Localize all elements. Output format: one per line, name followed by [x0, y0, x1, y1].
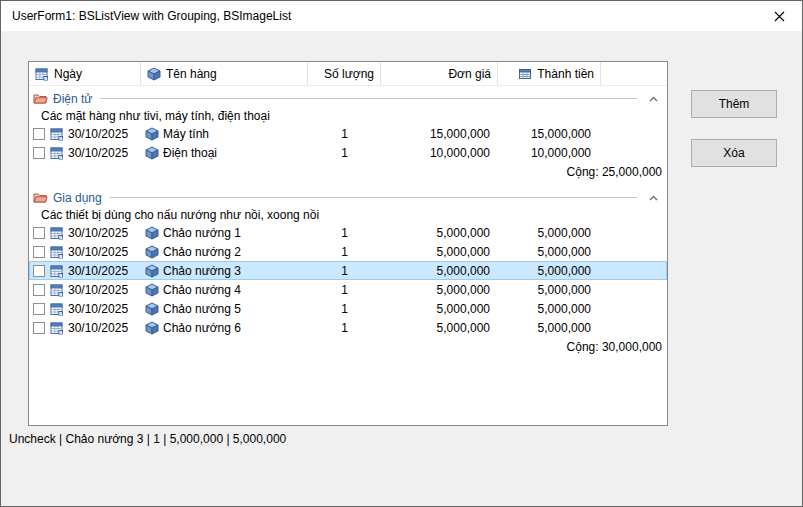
cell-price: 10,000,000	[381, 143, 498, 162]
cell-qty: 1	[308, 223, 381, 242]
group-title: Điện tử	[53, 92, 92, 106]
calendar-icon	[50, 127, 64, 141]
package-icon	[145, 245, 159, 259]
group-divider	[110, 197, 637, 198]
cell-qty-value: 1	[341, 245, 348, 259]
package-icon	[145, 146, 159, 160]
column-header-2[interactable]: Số lượng	[308, 62, 381, 85]
column-header-4[interactable]: Thành tiền	[498, 62, 601, 85]
cell-item-name: Chảo nướng 5	[141, 299, 308, 318]
cell-filler	[601, 280, 667, 299]
cell-price-value: 15,000,000	[430, 127, 490, 141]
chevron-up-icon	[649, 96, 658, 102]
column-header-3[interactable]: Đơn giá	[381, 62, 498, 85]
cell-qty-value: 1	[341, 283, 348, 297]
cell-qty: 1	[308, 299, 381, 318]
cell-date: 30/10/2025	[29, 242, 141, 261]
cell-total: 5,000,000	[498, 318, 601, 337]
group-collapse-button[interactable]	[645, 195, 661, 201]
table-row[interactable]: 30/10/2025Chảo nướng 115,000,0005,000,00…	[29, 223, 667, 242]
folder-icon	[33, 92, 48, 105]
table-row[interactable]: 30/10/2025Chảo nướng 615,000,0005,000,00…	[29, 318, 667, 337]
cell-total-value: 5,000,000	[538, 264, 591, 278]
xoa-delete-button[interactable]: Xóa	[691, 139, 777, 167]
cell-filler	[601, 242, 667, 261]
cell-price-value: 5,000,000	[437, 245, 490, 259]
them-add-button[interactable]: Thêm	[691, 90, 777, 118]
row-checkbox[interactable]	[33, 147, 45, 159]
row-checkbox[interactable]	[33, 322, 45, 334]
cell-price-value: 5,000,000	[437, 302, 490, 316]
group-total: Cộng: 25,000,000	[29, 162, 667, 181]
cell-qty-value: 1	[341, 226, 348, 240]
calendar-icon	[50, 302, 64, 316]
table-row[interactable]: 30/10/2025Chảo nướng 215,000,0005,000,00…	[29, 242, 667, 261]
package-icon	[145, 264, 159, 278]
date-value: 30/10/2025	[68, 321, 128, 335]
cell-date: 30/10/2025	[29, 223, 141, 242]
cell-item-name: Điện thoại	[141, 143, 308, 162]
row-checkbox[interactable]	[33, 265, 45, 277]
cell-filler	[601, 223, 667, 242]
column-header-label: Tên hàng	[166, 67, 217, 81]
cell-total: 15,000,000	[498, 124, 601, 143]
group-title: Gia dụng	[53, 191, 102, 205]
table-row[interactable]: 30/10/2025Chảo nướng 415,000,0005,000,00…	[29, 280, 667, 299]
title-bar: UserForm1: BSListView with Grouping, BSI…	[1, 1, 802, 31]
grid-icon	[518, 67, 532, 81]
cell-price-value: 5,000,000	[437, 226, 490, 240]
date-value: 30/10/2025	[68, 245, 128, 259]
cell-price-value: 5,000,000	[437, 321, 490, 335]
cell-item-name: Chảo nướng 4	[141, 280, 308, 299]
cell-item-name: Chảo nướng 2	[141, 242, 308, 261]
package-icon	[145, 226, 159, 240]
cell-item-name: Chảo nướng 3	[141, 261, 308, 280]
row-checkbox[interactable]	[33, 303, 45, 315]
cell-qty: 1	[308, 318, 381, 337]
chevron-up-icon	[649, 195, 658, 201]
column-header-filler	[601, 62, 667, 85]
row-checkbox[interactable]	[33, 227, 45, 239]
table-row[interactable]: 30/10/2025Máy tính115,000,00015,000,000	[29, 124, 667, 143]
calendar-icon	[35, 67, 49, 81]
row-checkbox[interactable]	[33, 128, 45, 140]
group-description: Các thiết bị dùng cho nấu nướng như nồi,…	[29, 207, 667, 223]
column-header-label: Ngày	[54, 67, 82, 81]
calendar-icon	[50, 321, 64, 335]
cell-qty: 1	[308, 242, 381, 261]
cell-total-value: 15,000,000	[531, 127, 591, 141]
table-row[interactable]: 30/10/2025Điện thoại110,000,00010,000,00…	[29, 143, 667, 162]
package-icon	[145, 321, 159, 335]
cell-price: 5,000,000	[381, 299, 498, 318]
cell-price: 5,000,000	[381, 242, 498, 261]
close-button[interactable]	[756, 1, 802, 31]
cell-item-name: Máy tính	[141, 124, 308, 143]
row-checkbox[interactable]	[33, 284, 45, 296]
item-name-value: Điện thoại	[163, 146, 217, 160]
listview-body: Điện tửCác mặt hàng như tivi, máy tính, …	[29, 86, 667, 356]
table-row[interactable]: 30/10/2025Chảo nướng 515,000,0005,000,00…	[29, 299, 667, 318]
cell-filler	[601, 124, 667, 143]
listview-header: NgàyTên hàngSố lượngĐơn giáThành tiền	[29, 62, 667, 86]
cell-price-value: 5,000,000	[437, 264, 490, 278]
date-value: 30/10/2025	[68, 127, 128, 141]
column-header-1[interactable]: Tên hàng	[141, 62, 308, 85]
cell-price: 5,000,000	[381, 261, 498, 280]
cell-total: 5,000,000	[498, 280, 601, 299]
cell-qty: 1	[308, 261, 381, 280]
cell-qty-value: 1	[341, 302, 348, 316]
calendar-icon	[50, 226, 64, 240]
table-row[interactable]: 30/10/2025Chảo nướng 315,000,0005,000,00…	[29, 261, 667, 280]
cell-filler	[601, 318, 667, 337]
cell-total: 5,000,000	[498, 242, 601, 261]
group-collapse-button[interactable]	[645, 96, 661, 102]
cell-total-value: 10,000,000	[531, 146, 591, 160]
row-checkbox[interactable]	[33, 246, 45, 258]
listview[interactable]: NgàyTên hàngSố lượngĐơn giáThành tiền Đi…	[28, 61, 668, 426]
column-header-0[interactable]: Ngày	[29, 62, 141, 85]
cell-qty: 1	[308, 124, 381, 143]
cell-qty-value: 1	[341, 321, 348, 335]
cell-price-value: 5,000,000	[437, 283, 490, 297]
cell-price: 15,000,000	[381, 124, 498, 143]
cell-qty-value: 1	[341, 127, 348, 141]
